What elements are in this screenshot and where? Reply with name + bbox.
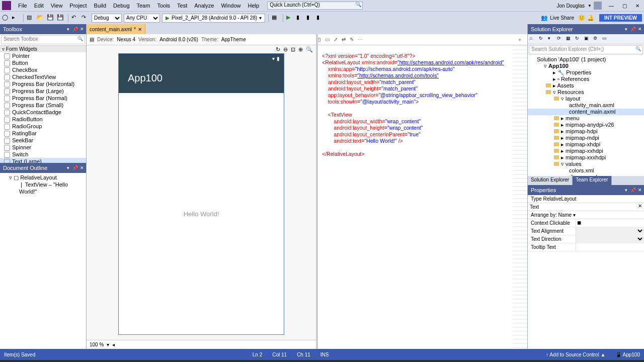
menu-build[interactable]: Build — [91, 2, 109, 10]
save-icon[interactable]: 💾 — [47, 14, 55, 22]
properties-filter-input[interactable] — [528, 203, 636, 211]
tree-node[interactable]: ▿ values — [528, 161, 644, 167]
user-avatar[interactable] — [594, 2, 602, 10]
redo-icon[interactable]: ↷ — [82, 14, 90, 22]
properties-icon[interactable]: ⚙ — [593, 36, 600, 43]
menu-project[interactable]: Project — [66, 2, 90, 10]
tree-node[interactable]: ▸ mipmap-hdpi — [528, 128, 644, 135]
refresh-icon[interactable]: ↻ — [276, 46, 280, 53]
minimize-button[interactable]: — — [605, 1, 618, 10]
swap-icon[interactable]: ⇄ — [342, 37, 346, 42]
xml-source-editor[interactable]: <?xml version="1.0" encoding="utf-8"?> <… — [318, 45, 527, 349]
zoom-in-icon[interactable]: ⊕ — [298, 46, 303, 53]
menu-analyze[interactable]: Analyze — [191, 2, 217, 10]
menu-team[interactable]: Team — [134, 2, 153, 10]
tree-node[interactable]: ▸ Assets — [528, 82, 644, 89]
tree-node[interactable]: ▿ Resources — [528, 89, 644, 96]
collapse-icon[interactable]: ▣ — [584, 36, 591, 43]
tree-node[interactable]: ▿ layout — [528, 96, 644, 102]
nav-backward-icon[interactable]: ◯ — [2, 14, 10, 22]
toolbox-item[interactable]: RadioGroup — [0, 123, 86, 130]
toolbox-item[interactable]: Text (Large) — [0, 158, 86, 163]
pin-icon[interactable]: 📌 — [72, 26, 78, 32]
dropdown-icon[interactable]: ▾ — [65, 26, 71, 32]
menu-window[interactable]: Window — [218, 2, 244, 10]
close-icon[interactable]: ✕ — [79, 165, 85, 171]
toolbox-group-form-widgets[interactable]: ▿ Form Widgets — [0, 45, 86, 52]
hello-text[interactable]: Hello World! — [184, 210, 219, 218]
close-tab-icon[interactable]: ✕ — [138, 27, 142, 32]
split-v-icon[interactable]: ▯ — [318, 37, 321, 42]
zoom-fit-icon[interactable]: ⊡ — [291, 46, 295, 53]
minimap[interactable] — [512, 45, 527, 349]
status-project[interactable]: 📱 App100 — [615, 352, 640, 357]
toolbox-item[interactable]: QuickContactBadge — [0, 109, 86, 116]
tab-solution-explorer[interactable]: Solution Explorer — [528, 176, 573, 185]
new-project-icon[interactable]: ▧ — [27, 14, 35, 22]
pin-icon[interactable]: 📌 — [630, 26, 636, 32]
nav-forward-icon[interactable]: ▸ — [12, 14, 20, 22]
tree-node[interactable]: ▸ ▫ References — [528, 76, 644, 82]
prop-val[interactable] — [576, 227, 644, 235]
tree-node[interactable]: ▸ mipmap-xhdpi — [528, 141, 644, 148]
menu-test[interactable]: Test — [174, 2, 190, 10]
tree-node[interactable]: ▸ mipmap-mdpi — [528, 135, 644, 141]
document-tab[interactable]: content_main.axml * ✕ — [87, 24, 145, 34]
clear-filter-icon[interactable]: ✕ — [636, 203, 644, 211]
refresh-icon[interactable]: ↻ — [575, 36, 582, 43]
outline-node-root[interactable]: ▿ ▢ RelativeLayout — [1, 174, 85, 181]
pin-icon[interactable]: 📌 — [72, 165, 78, 171]
live-share-icon[interactable]: 👥 — [541, 15, 548, 21]
layers-icon[interactable]: ▤ — [90, 37, 94, 42]
toolbox-item[interactable]: CheckedTextView — [0, 73, 86, 80]
close-icon[interactable]: ✕ — [637, 26, 643, 32]
zoom-out-icon[interactable]: ⊖ — [283, 46, 288, 53]
save-all-icon[interactable]: 💾 — [57, 14, 65, 22]
more-icon[interactable]: ⋯ — [358, 37, 363, 42]
menu-tools[interactable]: Tools — [154, 2, 173, 10]
solution-search-input[interactable]: Search Solution Explorer (Ctrl+;) — [529, 45, 643, 54]
user-name[interactable]: Jon Douglas — [556, 3, 585, 9]
toolbox-item[interactable]: RatingBar — [0, 130, 86, 137]
edit-icon[interactable]: ✎ — [350, 37, 354, 42]
plus-icon[interactable]: ＋ — [517, 36, 522, 43]
outline-node-child[interactable]: ❘ TextView – "Hello World!" — [1, 181, 85, 188]
start-icon[interactable]: ▶ — [286, 14, 294, 22]
search-icon[interactable]: 🔍 — [306, 46, 313, 53]
quick-launch-input[interactable]: Quick Launch (Ctrl+Q) — [267, 2, 363, 10]
add-source-control-button[interactable]: ↑ Add to Source Control ▲ — [546, 352, 605, 357]
toolbox-item[interactable]: SeekBar — [0, 137, 86, 144]
phone-content-area[interactable]: Hello World! — [119, 93, 284, 334]
tree-node[interactable]: ▸ menu — [528, 115, 644, 122]
notifications-icon[interactable]: 🔔 — [587, 15, 594, 21]
version-selector[interactable]: Android 8.0 (v26) — [159, 37, 198, 42]
designer-surface[interactable]: ↻ ⊖ ⊡ ⊕ 🔍 ▾ ▮ App100 — [87, 45, 316, 340]
maximize-button[interactable]: ▢ — [618, 1, 631, 10]
tree-node[interactable]: ▸ mipmap-xxhdpi — [528, 148, 644, 154]
close-button[interactable]: ✕ — [631, 1, 644, 10]
sync-icon[interactable]: ⟳ — [557, 36, 564, 43]
toolbox-item[interactable]: Progress Bar (Horizontal) — [0, 80, 86, 87]
toolbox-item[interactable]: Progress Bar (Large) — [0, 87, 86, 95]
prop-val[interactable] — [576, 243, 644, 250]
zoom-text[interactable]: 100 % — [90, 342, 104, 347]
step-over-icon[interactable]: ▮ — [306, 14, 314, 22]
pin-icon[interactable]: 📌 — [630, 187, 636, 193]
debug-target-button[interactable]: ▶ Pixel_2_API_28 (Android 9.0 - API 28) … — [162, 14, 265, 23]
toolbox-search-input[interactable]: Search Toolbox — [1, 35, 85, 44]
tree-file[interactable]: colors.xml — [528, 167, 644, 174]
expand-icon[interactable]: ⤢ — [334, 37, 338, 42]
user-dropdown-icon[interactable]: ▼ — [588, 4, 592, 8]
tree-file[interactable]: activity_main.axml — [528, 102, 644, 109]
theme-selector[interactable]: AppTheme — [221, 37, 246, 42]
close-icon[interactable]: ✕ — [637, 187, 643, 193]
feedback-icon[interactable]: 🙂 — [578, 15, 585, 21]
platform-selector[interactable]: Any CPU — [124, 14, 160, 23]
history-icon[interactable]: ↻ — [539, 36, 546, 43]
device-selector[interactable]: Nexus 4 — [117, 37, 135, 42]
scroll-left-icon[interactable]: ◂ — [112, 342, 115, 347]
menu-view[interactable]: View — [48, 2, 66, 10]
toolbox-item[interactable]: Pointer — [0, 52, 86, 59]
tree-file[interactable]: content_main.axml — [528, 109, 644, 115]
step-out-icon[interactable]: ▮ — [316, 14, 325, 22]
